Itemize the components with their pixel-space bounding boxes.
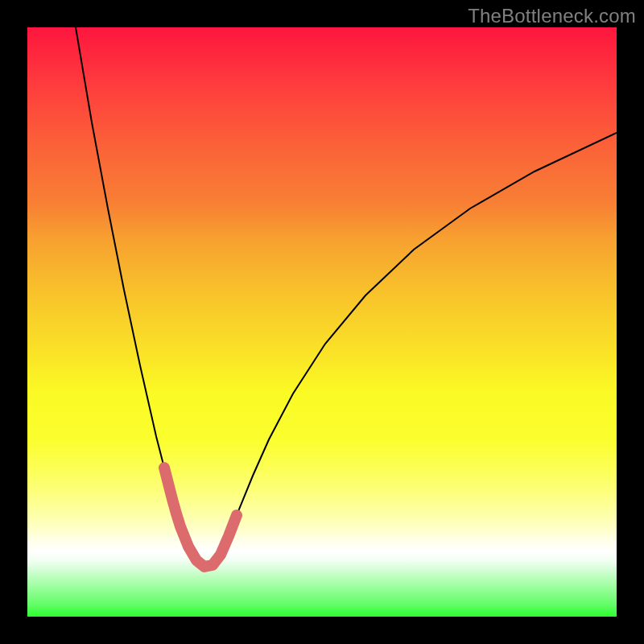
bottleneck-curve-path (76, 27, 617, 567)
curve-svg (27, 27, 617, 617)
gradient-plot-area (27, 27, 617, 617)
highlight-band-path (164, 468, 237, 567)
watermark-text: TheBottleneck.com (468, 5, 636, 27)
